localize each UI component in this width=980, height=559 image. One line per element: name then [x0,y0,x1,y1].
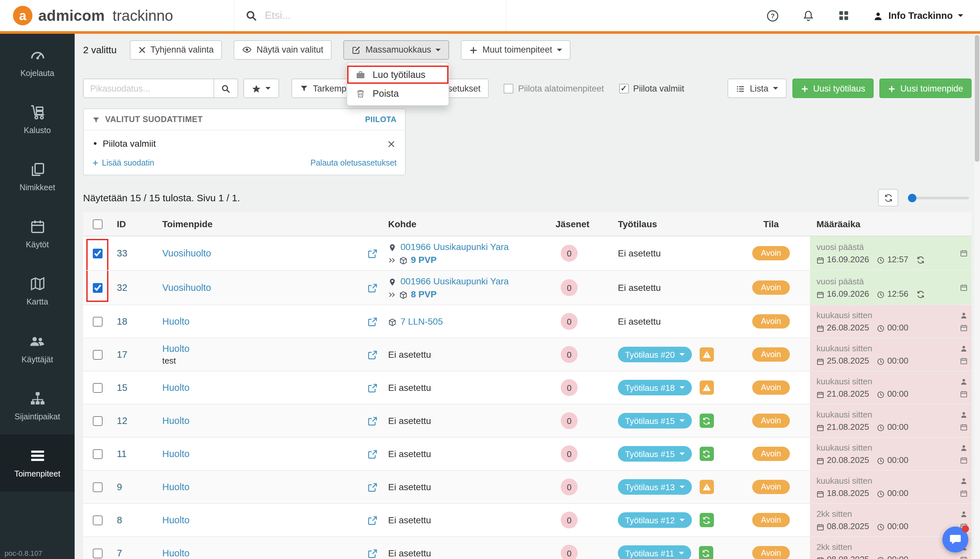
schedule-icon[interactable] [960,324,967,331]
hide-subactions-checkbox[interactable] [504,83,514,93]
refresh-button[interactable] [878,189,898,207]
work-order-pill[interactable]: Työtilaus #11 [618,545,691,559]
sidebar-item-toimenpiteet[interactable]: Toimenpiteet [0,434,75,491]
toimenpide-link[interactable]: Vuosihuolto [162,248,211,258]
row-density-slider[interactable] [909,197,969,199]
new-work-order-button[interactable]: Uusi työtilaus [792,79,874,98]
work-order-pill[interactable]: Työtilaus #15 [618,413,691,428]
menu-item-create-work-order[interactable]: Luo työtilaus [347,65,449,84]
row-checkbox[interactable] [92,482,102,492]
schedule-icon[interactable] [960,423,967,431]
kohde-link[interactable]: 7 LLN-505 [401,316,443,327]
assignee-icon[interactable] [960,344,967,352]
add-filter-link[interactable]: Lisää suodatin [92,159,154,167]
global-search-input[interactable] [265,10,479,22]
row-checkbox[interactable] [92,515,102,525]
row-checkbox[interactable] [92,248,102,258]
show-only-selected-button[interactable]: Näytä vain valitut [234,40,332,60]
kohde-link[interactable]: 001966 Uusikaupunki Yara [401,241,509,252]
toimenpide-link[interactable]: Huolto [162,548,190,558]
sidebar-item-nimikkeet[interactable]: Nimikkeet [0,148,75,205]
sidebar-item-sijaintipaikat[interactable]: Sijaintipaikat [0,377,75,434]
toimenpide-link[interactable]: Huolto [162,316,190,327]
row-checkbox[interactable] [92,283,102,293]
sidebar-item-kaytot[interactable]: Käytöt [0,205,75,262]
other-actions-button[interactable]: Muut toimenpiteet [461,40,571,60]
slider-knob[interactable] [908,194,916,202]
row-checkbox[interactable] [92,416,102,425]
hide-subactions-toggle[interactable]: Piilota alatoimenpiteet [504,83,604,93]
schedule-icon[interactable] [960,284,967,291]
schedule-icon[interactable] [960,357,967,365]
open-external-icon[interactable] [367,481,378,493]
assignee-icon[interactable] [960,311,967,319]
toimenpide-link[interactable]: Huolto [162,482,190,492]
scrollbar-thumb[interactable] [975,35,979,162]
row-checkbox[interactable] [92,449,102,459]
open-external-icon[interactable] [367,382,378,394]
schedule-icon[interactable] [960,390,967,398]
hide-filters-link[interactable]: PIILOTA [365,115,396,124]
help-icon[interactable]: ? [767,10,779,22]
select-all-checkbox[interactable] [92,219,102,229]
work-order-pill[interactable]: Työtilaus #18 [618,380,691,395]
schedule-icon[interactable] [960,456,967,464]
sidebar-item-kayttajat[interactable]: Käyttäjät [0,319,75,377]
row-checkbox[interactable] [92,316,102,326]
open-external-icon[interactable] [367,514,378,526]
row-checkbox[interactable] [92,350,102,359]
sidebar-item-kartta[interactable]: Kartta [0,262,75,319]
assignee-icon[interactable] [960,444,967,452]
assignee-icon[interactable] [960,477,967,485]
hide-completed-checkbox[interactable] [619,83,629,93]
sidebar-item-kojelauta[interactable]: Kojelauta [0,34,75,91]
work-order-pill[interactable]: Työtilaus #12 [618,512,691,528]
kohde-pvp-link[interactable]: 9 PVP [411,255,436,265]
toimenpide-link[interactable]: Huolto [162,382,190,393]
open-external-icon[interactable] [367,248,378,259]
brand[interactable]: a admicom trackinno [0,6,234,25]
favorites-button[interactable] [243,79,279,98]
toimenpide-link[interactable]: Vuosihuolto [162,283,211,293]
assignee-icon[interactable] [960,510,967,518]
open-external-icon[interactable] [367,316,378,327]
schedule-icon[interactable] [960,556,967,559]
toimenpide-link[interactable]: Huolto [162,449,190,459]
assignee-icon[interactable] [960,411,967,418]
work-order-pill[interactable]: Työtilaus #15 [618,446,691,461]
menu-item-delete[interactable]: Poista [347,84,449,102]
kohde-pvp-link[interactable]: 8 PVP [411,289,436,299]
schedule-icon[interactable] [960,489,967,497]
open-external-icon[interactable] [367,415,378,427]
work-order-pill[interactable]: Työtilaus #20 [618,347,691,362]
open-external-icon[interactable] [367,448,378,460]
toimenpide-link[interactable]: Huolto [162,344,190,354]
bulk-edit-button[interactable]: Massamuokkaus [343,40,449,60]
hide-completed-toggle[interactable]: Piilota valmiit [619,83,685,93]
reset-defaults-link[interactable]: Palauta oletusasetukset [310,159,396,167]
clear-selection-button[interactable]: Tyhjennä valinta [129,40,222,60]
open-external-icon[interactable] [367,547,378,559]
notifications-bell-icon[interactable] [802,10,815,22]
toimenpide-link[interactable]: Huolto [162,515,190,525]
kohde-link[interactable]: 001966 Uusikaupunki Yara [401,276,509,286]
row-checkbox[interactable] [92,548,102,558]
new-action-button[interactable]: Uusi toimenpide [879,79,972,98]
vertical-scrollbar[interactable] [974,34,980,559]
row-checkbox[interactable] [92,383,102,392]
view-mode-button[interactable]: Lista [728,79,787,98]
sidebar-item-kalusto[interactable]: Kalusto [0,91,75,148]
apps-grid-icon[interactable] [838,10,850,22]
quick-filter-input[interactable] [83,79,214,98]
quick-filter-search-button[interactable] [214,79,238,98]
user-menu[interactable]: Info Trackinno [873,10,963,21]
toimenpide-link[interactable]: Huolto [162,415,190,426]
remove-filter-icon[interactable] [388,138,395,148]
open-external-icon[interactable] [367,282,378,293]
open-external-icon[interactable] [367,349,378,361]
work-order-pill[interactable]: Työtilaus #13 [618,479,691,495]
due-time: 12:57 [887,255,908,264]
chat-messenger-button[interactable] [942,526,968,552]
schedule-icon[interactable] [960,249,967,257]
assignee-icon[interactable] [960,377,967,385]
